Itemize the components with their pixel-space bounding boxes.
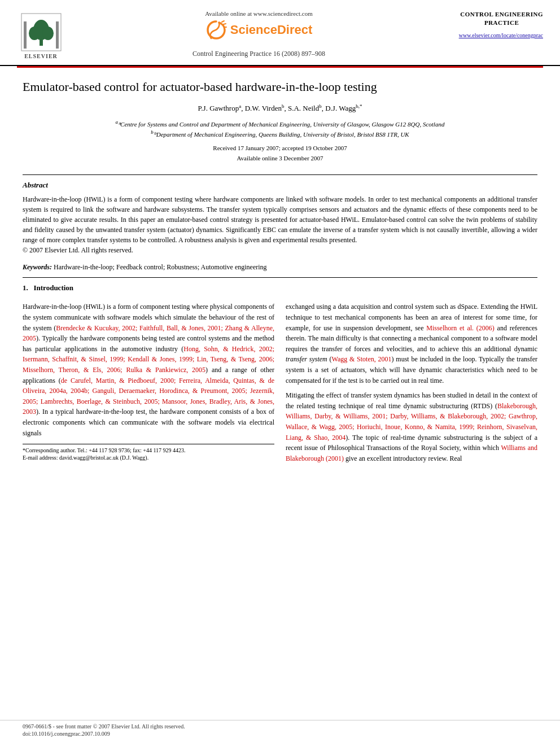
two-column-layout: Hardware-in-the-loop (HWiL) is a form of… [23, 302, 537, 468]
abstract-section: Abstract Hardware-in-the-loop (HWiL) is … [23, 181, 537, 255]
page: ELSEVIER Available online at www.science… [0, 0, 560, 747]
journal-title-box: CONTROL ENGINEERINGPRACTICE [460, 10, 543, 28]
intro-para-1: Hardware-in-the-loop (HWiL) is a form of… [23, 302, 274, 438]
footnote-corresponding: *Corresponding author. Tel.: +44 117 928… [23, 447, 274, 453]
main-content: Emulator-based control for actuator-base… [0, 68, 560, 479]
page-footer: 0967-0661/$ - see front matter © 2007 El… [0, 720, 560, 737]
header: ELSEVIER Available online at www.science… [0, 0, 560, 66]
authors: P.J. Gawthropa, D.W. Virdenb, S.A. Neild… [23, 103, 537, 113]
footer-issn: 0967-0661/$ - see front matter © 2007 El… [23, 723, 185, 729]
footer-doi: doi:10.1016/j.conengprac.2007.10.009 [23, 731, 185, 737]
copyright: © 2007 Elsevier Ltd. All rights reserved… [23, 246, 133, 254]
keywords-label: Keywords: [23, 263, 52, 271]
sciencedirect-area: Available online at www.sciencedirect.co… [205, 10, 313, 41]
authors-text: P.J. Gawthropa, D.W. Virdenb, S.A. Neild… [198, 104, 362, 112]
section-title-intro [30, 283, 32, 292]
dates: Received 17 January 2007; accepted 19 Oc… [23, 143, 537, 163]
svg-point-4 [42, 27, 54, 40]
column-left: Hardware-in-the-loop (HWiL) is a form of… [23, 302, 274, 468]
intro-para-right-1: exchanged using a data acquisition and c… [286, 302, 537, 386]
header-right: CONTROL ENGINEERINGPRACTICE www.elsevier… [453, 10, 543, 38]
abstract-top-divider [23, 174, 537, 175]
elsevier-url: www.elsevier.com/locate/conengprac [459, 32, 543, 38]
sciencedirect-label: ScienceDirect [230, 23, 313, 37]
keywords-text: Hardware-in-the-loop; Feedback control; … [54, 263, 267, 271]
affiliation-b: bᵇDepartment of Mechanical Engineering, … [23, 129, 537, 139]
svg-rect-6 [56, 21, 59, 49]
received-date: Received 17 January 2007; accepted 19 Oc… [23, 143, 537, 154]
intro-top-divider [23, 277, 537, 278]
footnote-email: E-mail address: david.wagg@bristol.ac.uk… [23, 455, 274, 461]
elsevier-logo-icon [21, 13, 62, 51]
journal-title-text: CONTROL ENGINEERINGPRACTICE [460, 11, 543, 26]
col-right-text: exchanged using a data acquisition and c… [286, 302, 537, 464]
svg-point-3 [29, 27, 40, 40]
affiliations: aᵃCentre for Systems and Control and Dep… [23, 119, 537, 139]
available-online-date: Available online 3 December 2007 [23, 154, 537, 164]
footer-left: 0967-0661/$ - see front matter © 2007 El… [23, 723, 185, 737]
sd-swirl-icon [205, 19, 227, 41]
svg-line-8 [224, 24, 226, 24]
footnote-area: *Corresponding author. Tel.: +44 117 928… [23, 444, 274, 461]
available-online-text: Available online at www.sciencedirect.co… [205, 10, 313, 17]
col-left-text: Hardware-in-the-loop (HWiL) is a form of… [23, 302, 274, 438]
journal-citation: Control Engineering Practice 16 (2008) 8… [193, 50, 325, 58]
intro-para-right-2: Mitigating the effect of transfer system… [286, 390, 537, 464]
affiliation-a: aᵃCentre for Systems and Control and Dep… [23, 119, 537, 129]
svg-line-7 [222, 21, 224, 22]
abstract-text: Hardware-in-the-loop (HWiL) is a form of… [23, 194, 537, 255]
article-title: Emulator-based control for actuator-base… [23, 79, 537, 95]
elsevier-logo: ELSEVIER [17, 13, 65, 59]
abstract-title: Abstract [23, 181, 537, 190]
keywords-line: Keywords: Hardware-in-the-loop; Feedback… [23, 263, 537, 272]
elsevier-label: ELSEVIER [24, 53, 58, 59]
section-heading-intro: 1. Introduction [23, 283, 537, 292]
column-right: exchanged using a data acquisition and c… [286, 302, 537, 468]
svg-rect-5 [24, 21, 27, 49]
header-center: Available online at www.sciencedirect.co… [65, 10, 453, 58]
sciencedirect-logo: ScienceDirect [205, 19, 313, 41]
